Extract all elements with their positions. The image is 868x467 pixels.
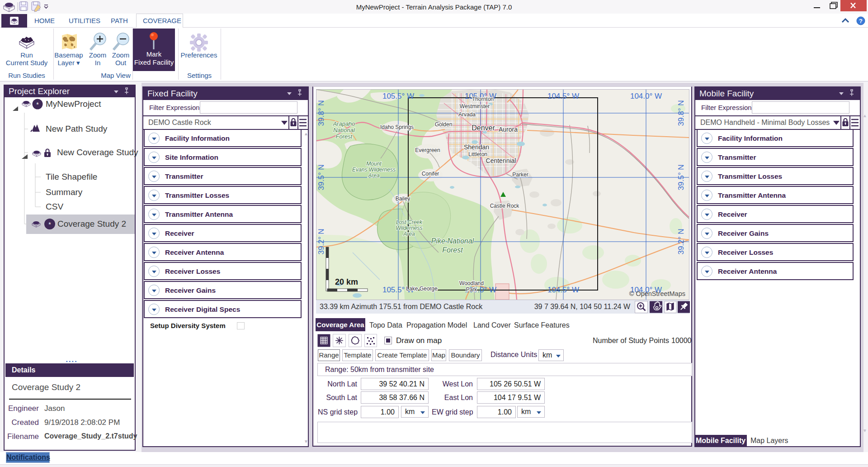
svg-text:Aurora: Aurora: [499, 126, 518, 133]
svg-text:Golden: Golden: [435, 121, 453, 128]
svg-text:Evergreen: Evergreen: [415, 147, 440, 153]
svg-text:Evans Wilderness: Evans Wilderness: [352, 167, 396, 173]
svg-text:?: ?: [859, 18, 863, 24]
svg-text:Westminster: Westminster: [460, 103, 490, 110]
svg-text:Denver: Denver: [472, 124, 495, 132]
svg-text:Wilderness: Wilderness: [396, 225, 422, 231]
svg-text:Thornton: Thornton: [472, 96, 494, 102]
svg-text:105.5° W: 105.5° W: [382, 92, 414, 100]
svg-text:39.8° N: 39.8° N: [317, 100, 326, 126]
svg-text:Castle Rock: Castle Rock: [490, 203, 520, 209]
svg-text:*: *: [36, 101, 39, 108]
svg-text:Area: Area: [368, 172, 380, 179]
svg-text:Mount: Mount: [366, 161, 382, 167]
svg-text:Arvada: Arvada: [458, 111, 476, 118]
svg-text:Lost Creek: Lost Creek: [396, 219, 423, 225]
svg-text:Forest: Forest: [336, 133, 353, 140]
svg-text:Centennial: Centennial: [486, 157, 516, 164]
svg-text:Area: Area: [403, 231, 415, 237]
svg-text:104.5° W: 104.5° W: [547, 286, 579, 294]
svg-text:© OpenStreetMaps: © OpenStreetMaps: [629, 290, 685, 297]
svg-text:Pike National: Pike National: [431, 237, 474, 245]
svg-text:Idaho Springs: Idaho Springs: [380, 124, 414, 130]
svg-text:104.0° W: 104.0° W: [630, 92, 662, 100]
svg-text:Forest: Forest: [442, 246, 463, 254]
svg-text:20 km: 20 km: [335, 277, 358, 286]
svg-text:National: National: [333, 127, 355, 133]
svg-text:Lake George: Lake George: [406, 286, 438, 292]
svg-text:39.2° N: 39.2° N: [317, 229, 326, 255]
svg-text:104.5° W: 104.5° W: [547, 92, 579, 100]
svg-text:Arapaho: Arapaho: [332, 120, 355, 127]
svg-text:Bailey: Bailey: [396, 195, 410, 202]
svg-text:Woodland: Woodland: [459, 280, 484, 286]
svg-text:Parker: Parker: [512, 172, 528, 178]
svg-text:39.2° N: 39.2° N: [677, 229, 685, 255]
svg-text:39.8° N: 39.8° N: [677, 100, 685, 126]
svg-text:Park: Park: [466, 286, 478, 293]
svg-text:Conifer: Conifer: [422, 171, 439, 177]
svg-text:*: *: [48, 221, 51, 228]
svg-text:Littleton: Littleton: [468, 151, 487, 157]
svg-text:Sheridan: Sheridan: [464, 143, 489, 151]
svg-text:39.5° N: 39.5° N: [677, 165, 685, 191]
svg-text:39.5° N: 39.5° N: [317, 165, 326, 191]
